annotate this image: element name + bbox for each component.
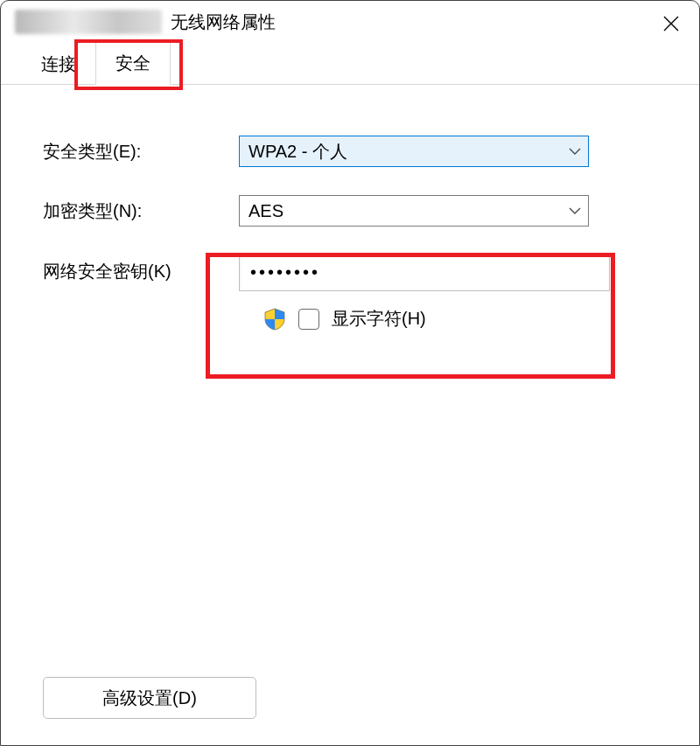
tab-bar: 连接 安全 bbox=[1, 43, 699, 85]
label-security-type: 安全类型(E): bbox=[43, 140, 239, 164]
tab-connection[interactable]: 连接 bbox=[22, 44, 95, 85]
titlebar: 无线网络属性 bbox=[1, 1, 699, 43]
label-network-key: 网络安全密钥(K) bbox=[43, 253, 239, 283]
window-title: 无线网络属性 bbox=[171, 10, 276, 34]
label-encryption-type: 加密类型(N): bbox=[43, 199, 239, 223]
close-button[interactable] bbox=[655, 10, 687, 41]
advanced-settings-button[interactable]: 高级设置(D) bbox=[43, 677, 256, 719]
label-show-chars[interactable]: 显示字符(H) bbox=[332, 307, 426, 331]
select-encryption-type[interactable]: AES bbox=[239, 195, 589, 227]
select-encryption-type-value: AES bbox=[248, 201, 284, 221]
select-security-type[interactable]: WPA2 - 个人 bbox=[239, 136, 589, 167]
row-network-key: 网络安全密钥(K) bbox=[43, 253, 657, 291]
wireless-properties-window: 无线网络属性 连接 安全 安全类型(E): WPA2 - 个人 加密类型(N):… bbox=[0, 0, 700, 746]
network-name-redacted bbox=[15, 10, 162, 34]
row-show-chars: 显示字符(H) bbox=[239, 307, 657, 331]
input-network-key[interactable] bbox=[239, 253, 610, 291]
row-security-type: 安全类型(E): WPA2 - 个人 bbox=[43, 134, 657, 169]
select-security-type-value: WPA2 - 个人 bbox=[248, 140, 347, 164]
checkbox-show-chars[interactable] bbox=[298, 309, 319, 330]
tab-security[interactable]: 安全 bbox=[95, 42, 171, 85]
uac-shield-icon bbox=[263, 308, 286, 331]
row-encryption-type: 加密类型(N): AES bbox=[43, 193, 657, 228]
tab-content: 安全类型(E): WPA2 - 个人 加密类型(N): AES 网络安全密钥(K… bbox=[1, 85, 699, 352]
close-icon bbox=[662, 15, 680, 37]
chevron-down-icon bbox=[569, 147, 581, 156]
chevron-down-icon bbox=[569, 206, 581, 215]
